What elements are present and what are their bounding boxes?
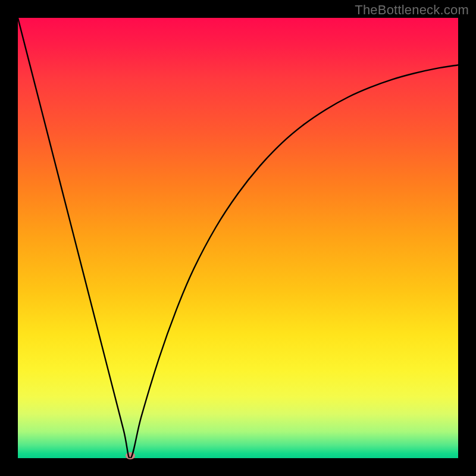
plot-area <box>18 18 458 458</box>
chart-frame: TheBottleneck.com <box>0 0 476 476</box>
bottleneck-curve <box>18 18 458 458</box>
curve-svg <box>18 18 458 458</box>
watermark-text: TheBottleneck.com <box>355 2 469 18</box>
